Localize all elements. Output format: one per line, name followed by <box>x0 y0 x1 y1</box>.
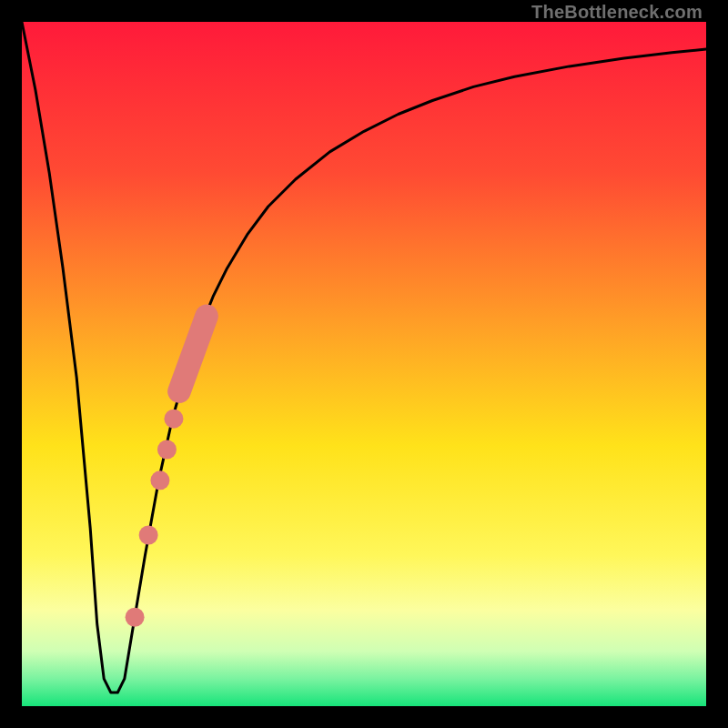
marker-point <box>164 410 183 429</box>
attribution-label: TheBottleneck.com <box>531 2 703 23</box>
bottleneck-curve <box>22 22 706 693</box>
chart-svg <box>22 22 706 706</box>
marker-pill <box>179 316 207 391</box>
marker-point <box>157 440 177 460</box>
marker-point <box>150 470 169 490</box>
marker-point <box>126 608 145 627</box>
marker-point <box>139 526 158 545</box>
chart-frame: TheBottleneck.com <box>0 0 728 728</box>
plot-area <box>22 22 706 706</box>
